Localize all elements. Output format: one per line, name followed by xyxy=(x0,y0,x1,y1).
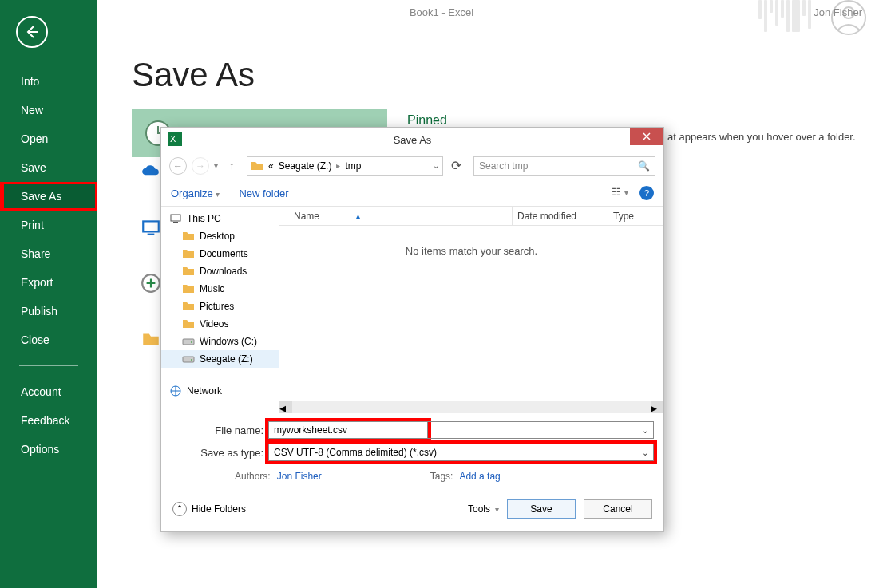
page-title: Save As xyxy=(132,56,255,94)
sidebar-item-feedback[interactable]: Feedback xyxy=(0,406,97,435)
help-button[interactable]: ? xyxy=(639,186,654,200)
search-input[interactable]: Search tmp 🔍 xyxy=(473,156,655,176)
tree-item-documents[interactable]: Documents xyxy=(161,245,279,262)
svg-rect-12 xyxy=(183,357,194,362)
tree-item-seagate-z-[interactable]: Seagate (Z:) xyxy=(161,350,279,368)
sidebar-item-open[interactable]: Open xyxy=(0,124,97,153)
svg-rect-8 xyxy=(171,215,180,221)
svg-rect-4 xyxy=(148,234,155,235)
pinned-heading: Pinned xyxy=(407,113,447,128)
dialog-nav-bar: ← → ▾ ↑ « Seagate (Z:) ▸ tmp ⌄ ⟳ Search … xyxy=(161,152,663,180)
tags-value[interactable]: Add a tag xyxy=(459,471,500,482)
backstage-sidebar: InfoNewOpenSaveSave AsPrintShareExportPu… xyxy=(0,0,97,588)
sidebar-item-publish[interactable]: Publish xyxy=(0,297,97,326)
nav-back-button[interactable]: ← xyxy=(169,157,187,175)
user-name: Jon Fisher xyxy=(814,6,862,18)
search-placeholder: Search tmp xyxy=(479,160,528,172)
column-type[interactable]: Type xyxy=(608,207,663,225)
file-name-label: File name: xyxy=(171,424,263,436)
authors-value[interactable]: Jon Fisher xyxy=(277,471,322,482)
empty-message: No items match your search. xyxy=(279,226,663,401)
horizontal-scrollbar[interactable]: ◂▸ xyxy=(279,401,663,413)
save-type-label: Save as type: xyxy=(171,447,263,459)
file-name-dropdown[interactable]: ⌄ xyxy=(428,421,654,439)
folder-tree[interactable]: This PCDesktopDocumentsDownloadsMusicPic… xyxy=(161,207,279,413)
sidebar-item-save-as[interactable]: Save As xyxy=(0,182,97,211)
sidebar-item-share[interactable]: Share xyxy=(0,239,97,268)
sidebar-item-save[interactable]: Save xyxy=(0,153,97,182)
tree-item-pictures[interactable]: Pictures xyxy=(161,298,279,315)
svg-point-13 xyxy=(191,359,192,361)
dialog-toolbar: Organize ▾ New folder ☷ ▾ ? xyxy=(161,180,663,206)
pin-hint-text: at appears when you hover over a folder. xyxy=(667,131,856,143)
svg-point-11 xyxy=(191,341,192,343)
view-options-button[interactable]: ☷ ▾ xyxy=(612,186,628,200)
svg-text:X: X xyxy=(170,134,176,144)
save-type-dropdown[interactable]: CSV UTF-8 (Comma delimited) (*.csv)⌄ xyxy=(268,444,654,461)
sidebar-item-export[interactable]: Export xyxy=(0,268,97,297)
browse-icon[interactable] xyxy=(139,327,163,351)
nav-up-button[interactable]: ↑ xyxy=(223,157,240,175)
breadcrumb-seg2[interactable]: tmp xyxy=(345,160,361,172)
tree-item-desktop[interactable]: Desktop xyxy=(161,227,279,245)
sidebar-divider xyxy=(19,365,78,366)
chevron-right-icon: ▸ xyxy=(336,161,340,170)
new-folder-button[interactable]: New folder xyxy=(239,187,288,199)
tree-item-network[interactable]: Network xyxy=(161,382,279,400)
nav-history-dropdown[interactable]: ▾ xyxy=(214,161,218,170)
address-dropdown[interactable]: ⌄ xyxy=(433,161,439,170)
location-icon-column xyxy=(139,160,163,351)
svg-rect-3 xyxy=(143,221,159,231)
svg-rect-10 xyxy=(183,339,194,345)
fields-area: File name: myworksheet.csv ⌄ Save as typ… xyxy=(161,413,663,488)
dialog-titlebar: X Save As xyxy=(161,128,663,152)
column-name[interactable]: Name▴ xyxy=(279,207,512,225)
save-as-dialog: X Save As ← → ▾ ↑ « Seagate (Z:) ▸ tmp ⌄… xyxy=(160,127,664,532)
excel-icon: X xyxy=(168,132,182,146)
breadcrumb-seg1[interactable]: Seagate (Z:) xyxy=(279,160,332,172)
tags-label: Tags: xyxy=(430,471,453,482)
search-icon: 🔍 xyxy=(638,160,650,172)
close-icon xyxy=(643,132,651,140)
column-headers[interactable]: Name▴ Date modified Type xyxy=(279,207,663,226)
tree-item-music[interactable]: Music xyxy=(161,280,279,298)
document-title: Book1 - Excel xyxy=(0,6,883,18)
sidebar-item-close[interactable]: Close xyxy=(0,326,97,354)
tree-item-windows-c-[interactable]: Windows (C:) xyxy=(161,333,279,350)
sidebar-item-account[interactable]: Account xyxy=(0,377,97,406)
cancel-button[interactable]: Cancel xyxy=(584,499,652,519)
svg-rect-9 xyxy=(173,222,178,223)
authors-label: Authors: xyxy=(235,471,271,482)
column-date[interactable]: Date modified xyxy=(512,207,608,225)
file-name-input[interactable]: myworksheet.csv xyxy=(268,421,428,439)
organize-menu[interactable]: Organize ▾ xyxy=(171,187,220,199)
back-button[interactable] xyxy=(16,16,48,48)
this-pc-icon[interactable] xyxy=(139,215,163,239)
add-place-icon[interactable] xyxy=(139,271,163,295)
save-button[interactable]: Save xyxy=(507,499,576,519)
sidebar-item-options[interactable]: Options xyxy=(0,435,97,464)
tree-item-videos[interactable]: Videos xyxy=(161,315,279,333)
breadcrumb-prefix: « xyxy=(268,160,274,172)
tools-menu[interactable]: Tools ▾ xyxy=(468,503,499,515)
nav-forward-button[interactable]: → xyxy=(192,157,209,175)
refresh-button[interactable]: ⟳ xyxy=(448,157,464,175)
sidebar-item-new[interactable]: New xyxy=(0,96,97,124)
onedrive-icon[interactable] xyxy=(139,160,163,184)
sidebar-item-info[interactable]: Info xyxy=(0,67,97,96)
folder-icon xyxy=(251,160,263,172)
chevron-up-icon: ⌃ xyxy=(172,502,187,516)
dialog-footer: ⌃ Hide Folders Tools ▾ Save Cancel xyxy=(161,488,663,531)
tree-item-this-pc[interactable]: This PC xyxy=(161,210,279,227)
tree-item-downloads[interactable]: Downloads xyxy=(161,262,279,280)
file-list-area: Name▴ Date modified Type No items match … xyxy=(279,207,663,413)
hide-folders-button[interactable]: ⌃ Hide Folders xyxy=(172,502,246,516)
address-bar[interactable]: « Seagate (Z:) ▸ tmp ⌄ xyxy=(247,156,443,176)
close-button[interactable] xyxy=(630,128,663,145)
dialog-title-text: Save As xyxy=(394,134,432,146)
sidebar-item-print[interactable]: Print xyxy=(0,211,97,239)
